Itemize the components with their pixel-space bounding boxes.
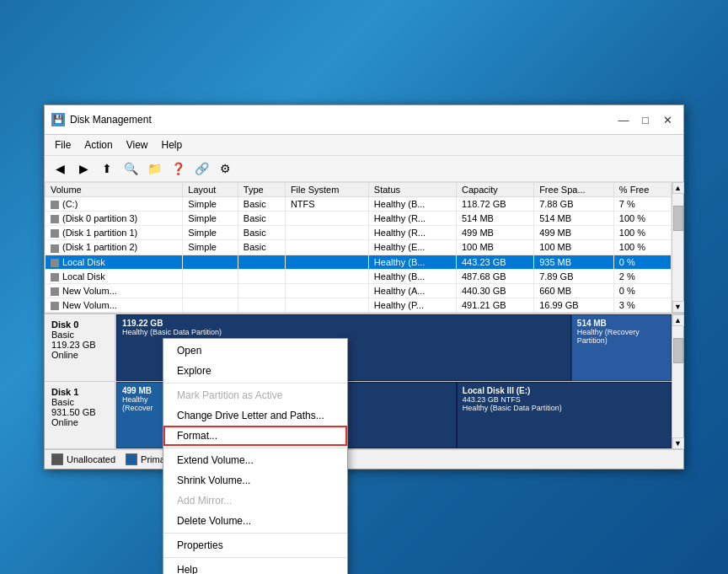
cell-fs: [285, 298, 368, 312]
cell-pct: 0 %: [613, 283, 671, 298]
cell-capacity: 118.72 GB: [457, 197, 534, 212]
col-pct: % Free: [613, 183, 671, 197]
close-button[interactable]: ✕: [658, 110, 677, 129]
menu-view[interactable]: View: [120, 137, 155, 153]
disk0-row: Disk 0 Basic 119.23 GB Online 119.22 GB …: [45, 314, 672, 382]
forward-button[interactable]: ▶: [73, 158, 94, 179]
table-row[interactable]: (Disk 1 partition 2) Simple Basic Health…: [46, 240, 672, 255]
context-menu-item: Add Mirror...: [163, 491, 347, 511]
cell-fs: NTFS: [285, 197, 368, 212]
diskmap-scroll-up[interactable]: ▲: [672, 314, 684, 326]
cell-fs: [285, 240, 368, 255]
window-title: Disk Management: [70, 114, 152, 126]
disk1-partition-e[interactable]: Local Disk III (E:) 443.23 GB NTFS Healt…: [457, 382, 672, 448]
context-menu-separator: [163, 383, 347, 384]
disk0-partition-recovery[interactable]: 514 MB Healthy (Recovery Partition): [571, 314, 672, 381]
col-status: Status: [368, 183, 456, 197]
cell-layout: Simple: [183, 226, 238, 240]
table-row[interactable]: Local Disk Healthy (B... 443.23 GB 935 M…: [46, 255, 672, 269]
scroll-thumb[interactable]: [673, 206, 683, 231]
cell-layout: [183, 269, 238, 283]
cell-type: [238, 255, 285, 269]
cell-volume: Local Disk: [46, 255, 183, 269]
diskmap-scroll-down[interactable]: ▼: [672, 437, 684, 449]
table-row[interactable]: New Volum... Healthy (P... 491.21 GB 16.…: [46, 298, 672, 312]
cell-volume: (Disk 1 partition 2): [46, 240, 183, 255]
cell-volume: Local Disk: [46, 269, 183, 283]
cell-type: [238, 298, 285, 312]
toolbar: ◀ ▶ ⬆ 🔍 📁 ❓ 🔗 ⚙: [45, 156, 683, 182]
cell-volume: (C:): [46, 197, 183, 212]
up-button[interactable]: ⬆: [97, 158, 117, 179]
cell-status: Healthy (E...: [368, 240, 456, 255]
cell-pct: 2 %: [613, 269, 671, 283]
cell-status: Healthy (B...: [368, 269, 456, 283]
cell-type: [238, 283, 285, 298]
table-row[interactable]: Local Disk Healthy (B... 487.68 GB 7.89 …: [46, 269, 672, 283]
folder-button[interactable]: 📁: [144, 158, 164, 179]
connect-button[interactable]: 🔗: [191, 158, 211, 179]
table-scrollbar[interactable]: ▲ ▼: [672, 182, 683, 313]
title-bar-controls: — □ ✕: [614, 110, 677, 129]
disk-management-window: 💾 Disk Management — □ ✕ File Action View…: [44, 105, 684, 469]
cell-fs: [285, 226, 368, 240]
maximize-button[interactable]: □: [636, 110, 655, 129]
cell-fs: [285, 255, 368, 269]
cell-pct: 100 %: [613, 240, 671, 255]
diskmap-scroll-thumb[interactable]: [673, 338, 683, 363]
table-row[interactable]: (Disk 1 partition 1) Simple Basic Health…: [46, 226, 672, 240]
disk1-row: Disk 1 Basic 931.50 GB Online 499 MB Hea…: [45, 382, 672, 449]
cell-layout: [183, 283, 238, 298]
cell-status: Healthy (P...: [368, 298, 456, 312]
disk0-label: Disk 0 Basic 119.23 GB Online: [45, 314, 116, 381]
disk1-size: 931.50 GB: [51, 407, 108, 417]
context-menu-item[interactable]: Delete Volume...: [163, 511, 347, 531]
context-menu-item[interactable]: Change Drive Letter and Paths...: [163, 405, 347, 426]
context-menu-item[interactable]: Format...: [163, 426, 347, 446]
settings-button[interactable]: ⚙: [215, 158, 235, 179]
context-menu-item: Mark Partition as Active: [163, 385, 347, 405]
scroll-down-arrow[interactable]: ▼: [672, 301, 684, 313]
content-area: Volume Layout Type File System Status Ca…: [45, 182, 683, 313]
cell-volume: New Volum...: [46, 298, 183, 312]
disk-map-scrollbar[interactable]: ▲ ▼: [672, 314, 683, 449]
help-button[interactable]: ❓: [168, 158, 188, 179]
disk1-status: Online: [51, 417, 108, 427]
cell-fs: [285, 283, 368, 298]
disk1-p4-status: Healthy (Basic Data Partition): [463, 404, 666, 412]
volume-table: Volume Layout Type File System Status Ca…: [45, 182, 672, 313]
cell-free: 7.88 GB: [534, 197, 614, 212]
disk1-p4-title: Local Disk III (E:): [463, 386, 666, 395]
menu-file[interactable]: File: [48, 137, 78, 153]
context-menu-item[interactable]: Open: [163, 341, 347, 361]
scroll-up-arrow[interactable]: ▲: [672, 182, 684, 194]
menu-help[interactable]: Help: [155, 137, 190, 153]
col-free: Free Spa...: [534, 183, 614, 197]
search-button[interactable]: 🔍: [120, 158, 141, 179]
cell-layout: Simple: [183, 197, 238, 212]
back-button[interactable]: ◀: [50, 158, 70, 179]
context-menu-item[interactable]: Extend Volume...: [163, 450, 347, 470]
col-layout: Layout: [183, 183, 238, 197]
table-row[interactable]: (C:) Simple Basic NTFS Healthy (B... 118…: [46, 197, 672, 212]
minimize-button[interactable]: —: [614, 110, 633, 129]
cell-type: Basic: [238, 226, 285, 240]
context-menu-item[interactable]: Help: [163, 560, 347, 574]
cell-type: Basic: [238, 197, 285, 212]
table-row[interactable]: (Disk 0 partition 3) Simple Basic Health…: [46, 212, 672, 226]
cell-layout: [183, 255, 238, 269]
cell-layout: [183, 298, 238, 312]
context-menu-item[interactable]: Shrink Volume...: [163, 470, 347, 491]
menu-bar: File Action View Help: [45, 135, 683, 156]
cell-free: 660 MB: [534, 283, 614, 298]
disk0-title: Disk 0: [51, 319, 108, 330]
context-menu-item[interactable]: Properties: [163, 535, 347, 555]
col-fs: File System: [285, 183, 368, 197]
disk1-label: Disk 1 Basic 931.50 GB Online: [45, 382, 116, 448]
menu-action[interactable]: Action: [78, 137, 119, 153]
cell-pct: 3 %: [613, 298, 671, 312]
cell-capacity: 499 MB: [457, 226, 534, 240]
context-menu-item[interactable]: Explore: [163, 361, 347, 381]
legend-bar: Unallocated Primary partition: [45, 449, 683, 469]
table-row[interactable]: New Volum... Healthy (A... 440.30 GB 660…: [46, 283, 672, 298]
